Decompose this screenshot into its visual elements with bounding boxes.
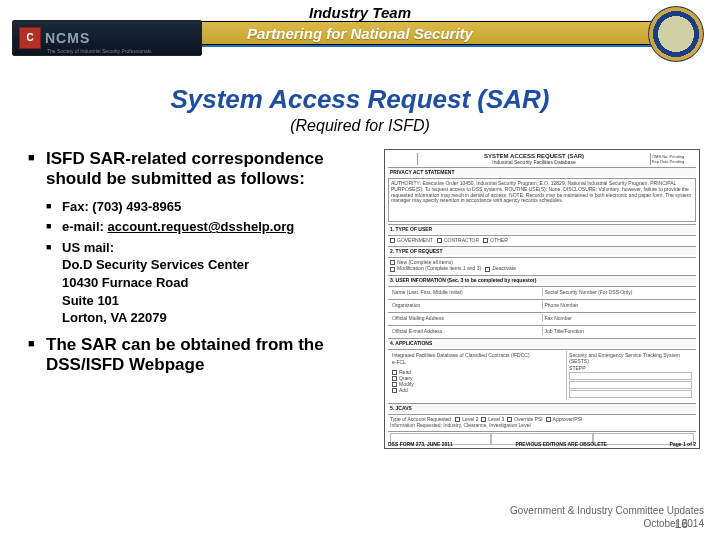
slide-subtitle: (Required for ISFD) [0, 117, 720, 135]
bullet-column: ISFD SAR-related correspondence should b… [0, 149, 360, 375]
form-sec1-opts: GOVERNMENT CONTRACTOR OTHER [388, 235, 696, 244]
logo-glyph: C [19, 27, 41, 49]
form-privacy-header: PRIVACY ACT STATEMENT [388, 167, 696, 176]
address-line-2: 10430 Furnace Road [62, 274, 360, 292]
form-sec3: 3. USER INFORMATION (Sec. 3 to be comple… [388, 275, 696, 284]
slide-title: System Access Request (SAR) [0, 84, 720, 115]
form-privacy-body: AUTHORITY: Executive Order 10450, Indust… [388, 178, 696, 222]
form-sec1: 1. TYPE OF USER [388, 224, 696, 233]
logo-text: NCMS [45, 30, 90, 46]
form-subtitle: Industrial Security Facilities Database [418, 159, 650, 165]
form-omb-box: OMB No. PendingExp Date Pending [650, 153, 696, 165]
email-address: account.request@dsshelp.org [108, 219, 295, 234]
page-number: 16 [675, 517, 688, 532]
footer-line-1: Government & Industry Committee Updates [510, 505, 704, 518]
bullet-intro: ISFD SAR-related correspondence should b… [28, 149, 360, 327]
tagline-text: Partnering for National Security [247, 25, 473, 42]
form-footer: DSS FORM 273, JUNE 2011 PREVIOUS EDITION… [388, 441, 696, 447]
form-sec2-opts: New (Complete all items) Modification (C… [388, 257, 696, 272]
form-sec5: 5. JCAVS [388, 403, 696, 412]
sar-form-thumbnail: SYSTEM ACCESS REQUEST (SAR) Industrial S… [384, 149, 700, 449]
ncms-logo: C NCMS The Society of Industrial Securit… [12, 20, 202, 56]
bullet-email: e-mail: account.request@dsshelp.org [46, 218, 360, 236]
address-line-3: Suite 101 [62, 292, 360, 310]
form-row-name: Name (Last, First, Middle Initial) Socia… [388, 286, 696, 297]
bullet-intro-text: ISFD SAR-related correspondence should b… [46, 149, 324, 188]
form-sec4: 4. APPLICATIONS [388, 338, 696, 347]
agency-seal-icon [648, 6, 704, 62]
usmail-label: US mail: [62, 240, 114, 255]
bullet-usmail: US mail: Do.D Security Services Center 1… [46, 239, 360, 327]
email-label: e-mail: [62, 219, 104, 234]
address-line-4: Lorton, VA 22079 [62, 309, 360, 327]
form-apps: Integrated Facilities Database of Classi… [388, 349, 696, 401]
industry-team-label: Industry Team [0, 0, 720, 21]
form-jcavs: Type of Account Requested: Level 2 Level… [388, 414, 696, 429]
content-area: ISFD SAR-related correspondence should b… [0, 149, 720, 375]
bullet-obtain: The SAR can be obtained from the DSS/ISF… [28, 335, 360, 376]
slide-header: Industry Team Partnering for National Se… [0, 0, 720, 72]
slide-footer: Government & Industry Committee Updates … [510, 505, 704, 530]
logo-subtext: The Society of Industrial Security Profe… [47, 48, 152, 54]
bullet-fax: Fax: (703) 493-8965 [46, 198, 360, 216]
address-line-1: Do.D Security Services Center [62, 256, 360, 274]
form-sec2: 2. TYPE OF REQUEST [388, 246, 696, 255]
form-seal-box [388, 153, 418, 165]
